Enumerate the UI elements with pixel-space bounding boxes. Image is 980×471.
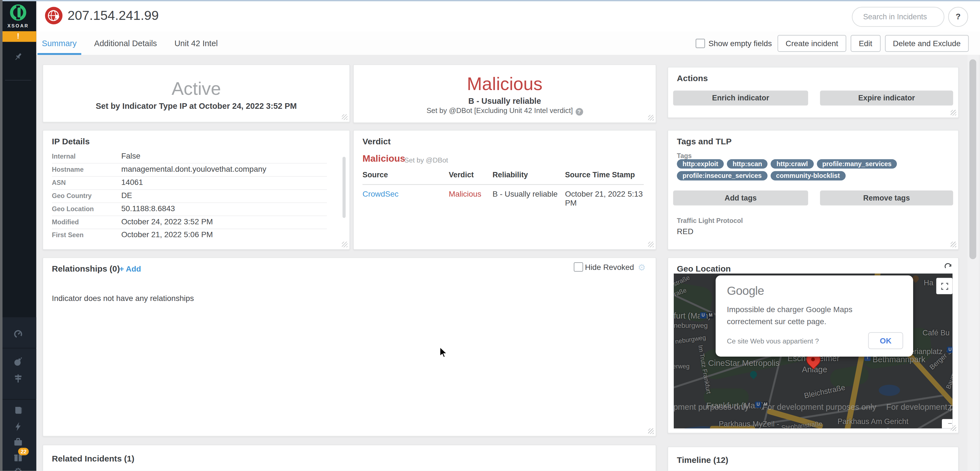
resize-handle[interactable]: [951, 242, 956, 247]
lightning-icon[interactable]: [0, 420, 37, 431]
resize-handle[interactable]: [648, 428, 654, 434]
source-link[interactable]: CrowdSec: [363, 190, 449, 208]
resize-handle[interactable]: [648, 115, 654, 121]
timestamp-cell: October 21, 2022 5:13 PM: [565, 190, 644, 208]
book-icon[interactable]: [0, 404, 37, 415]
verdict-setby: Set by @DBot [Excluding Unit 42 Intel ve…: [354, 107, 655, 116]
ip-detail-row: ModifiedOctober 24, 2022 3:52 PM: [52, 216, 336, 229]
package-icon[interactable]: 22: [0, 451, 37, 463]
tab-summary[interactable]: Summary: [41, 32, 77, 55]
verdict-value: Malicious: [354, 74, 655, 94]
verdict-table-header: SourceVerdictReliabilitySource Time Stam…: [363, 171, 644, 185]
dialog-message: Impossible de charger Google Maps correc…: [727, 304, 899, 328]
hide-revoked-checkbox[interactable]: [574, 262, 583, 271]
tags-tlp-card: Tags and TLP Tags http:exploithttp:scanh…: [668, 130, 959, 250]
ip-detail-row: Geo Location50.1188:8.6843: [52, 203, 336, 216]
briefcase-icon[interactable]: [0, 436, 37, 447]
map-zoom-out-button[interactable]: −: [942, 419, 953, 428]
actions-card: Actions Enrich indicatorExpire indicator: [668, 67, 959, 118]
tag-pill[interactable]: profile:many_services: [816, 159, 897, 168]
field-value: 14061: [121, 178, 143, 187]
card-scrollbar[interactable]: [343, 157, 346, 218]
card-title: Geo Location: [677, 264, 731, 273]
signpost-icon[interactable]: [0, 372, 37, 384]
related-incidents-card: Related Incidents (1): [43, 445, 656, 471]
add-relationship-link[interactable]: + Add: [119, 265, 141, 274]
column-header: Source: [363, 171, 449, 179]
package-count-badge: 22: [18, 448, 29, 455]
enrich-indicator-button[interactable]: Enrich indicator: [673, 90, 808, 106]
help-badge-icon[interactable]: ?: [575, 108, 583, 116]
timeline-card: Timeline (12): [668, 446, 959, 471]
page-scrollbar-thumb[interactable]: [969, 59, 976, 259]
google-map[interactable]: straßeraßefurt (Main)neburgwegneburgwege…: [674, 274, 953, 428]
tag-list: http:exploithttp:scanhttp:crawlprofile:m…: [677, 159, 945, 181]
xsoar-logo-icon[interactable]: [10, 5, 26, 21]
bomb-icon[interactable]: [0, 355, 37, 366]
relationships-card: Relationships (0) + Add Hide Revoked ⚙ I…: [43, 257, 656, 437]
tag-pill[interactable]: http:crawl: [771, 159, 813, 168]
tlp-label: Traffic Light Protocol: [677, 217, 743, 224]
relationships-controls: Hide Revoked ⚙: [574, 262, 646, 271]
ip-details-card: IP Details InternalFalseHostnamemanageme…: [43, 130, 350, 250]
help-button[interactable]: ?: [948, 7, 968, 27]
gear-icon[interactable]: ⚙: [0, 466, 37, 471]
card-title: Related Incidents (1): [52, 454, 134, 463]
resize-handle[interactable]: [951, 110, 956, 116]
expire-indicator-button[interactable]: Expire indicator: [820, 90, 953, 106]
field-label: Geo Country: [52, 192, 92, 199]
ip-indicator-icon: [45, 7, 63, 25]
remove-tags-button[interactable]: Remove tags: [820, 190, 953, 206]
add-tags-button[interactable]: Add tags: [673, 190, 808, 206]
pushpin-icon[interactable]: [0, 51, 37, 62]
resize-handle[interactable]: [342, 114, 347, 120]
verdict-card: Verdict Malicious Set by @DBot SourceVer…: [353, 130, 656, 250]
ip-detail-row: Geo CountryDE: [52, 190, 336, 203]
search-container: [852, 7, 944, 27]
field-label: ASN: [52, 179, 66, 186]
tab-unit-42-intel[interactable]: Unit 42 Intel: [174, 32, 218, 55]
tlp-value: RED: [677, 227, 694, 236]
google-logo: Google: [727, 284, 902, 298]
column-header: Source Time Stamp: [565, 171, 644, 179]
window-top-edge: [0, 0, 980, 1]
verdict-table-rows: CrowdSecMaliciousB - Usually reliableOct…: [363, 186, 644, 207]
tag-pill[interactable]: profile:insecure_services: [677, 171, 767, 181]
page-scrollbar[interactable]: [967, 55, 978, 471]
sidebar-section-threat: [0, 349, 37, 399]
sidebar-section-resources: 22 ⚙: [0, 400, 37, 471]
dialog-question-link[interactable]: Ce site Web vous appartient ?: [727, 337, 819, 344]
content: Active Set by Indicator Type IP at Octob…: [37, 55, 980, 471]
resize-handle[interactable]: [648, 242, 654, 247]
page-title: 207.154.241.99: [67, 8, 159, 23]
ip-detail-row: First SeenOctober 21, 2022 5:06 PM: [52, 229, 336, 242]
field-value: False: [121, 152, 140, 160]
brand-label: XSOAR: [0, 23, 37, 29]
create-incident-button[interactable]: Create incident: [778, 35, 846, 52]
show-empty-fields-checkbox[interactable]: [695, 39, 705, 48]
hide-revoked-label: Hide Revoked: [585, 263, 634, 271]
refresh-icon[interactable]: [944, 263, 953, 274]
field-value: managemental.dont.youlovethat.company: [121, 165, 266, 173]
resize-handle[interactable]: [342, 242, 347, 247]
gauge-icon[interactable]: [0, 328, 37, 339]
tag-pill[interactable]: community-blocklist: [770, 171, 845, 181]
tag-pill[interactable]: http:exploit: [677, 159, 724, 168]
sidebar-divider: [5, 80, 31, 81]
xsoar-indicator-page: XSOAR !: [0, 0, 980, 471]
delete-and-exclude-button[interactable]: Delete and Exclude: [885, 35, 969, 52]
map-fullscreen-button[interactable]: [936, 278, 953, 294]
tag-pill[interactable]: http:scan: [727, 159, 768, 168]
tab-bar: SummaryAdditional DetailsUnit 42 Intel S…: [37, 32, 980, 56]
field-value: October 21, 2022 5:06 PM: [121, 230, 213, 239]
incidents-alert-item[interactable]: !: [0, 31, 37, 42]
status-card: Active Set by Indicator Type IP at Octob…: [43, 64, 350, 122]
edit-button[interactable]: Edit: [851, 35, 880, 52]
search-input[interactable]: [862, 12, 939, 22]
relationships-settings-icon[interactable]: ⚙: [638, 263, 646, 271]
ok-button[interactable]: OK: [868, 332, 903, 349]
tab-additional-details[interactable]: Additional Details: [94, 32, 158, 55]
ip-detail-row: InternalFalse: [52, 151, 336, 163]
field-label: Internal: [52, 152, 76, 160]
card-title: Relationships (0): [52, 264, 120, 273]
